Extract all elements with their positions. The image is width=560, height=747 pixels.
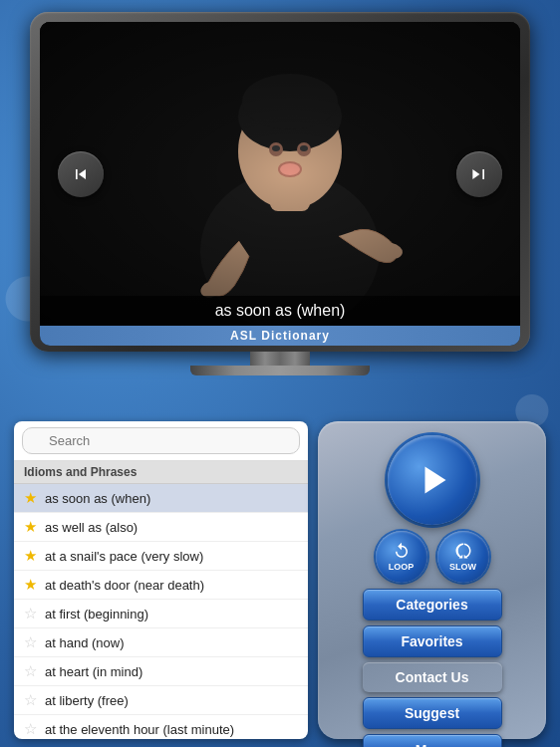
- list-item-text: at liberty (free): [45, 693, 129, 708]
- star-filled-icon: ★: [24, 489, 37, 507]
- loop-label: LOOP: [389, 562, 415, 572]
- list-item[interactable]: ★as well as (also): [14, 513, 308, 542]
- list-item-text: as well as (also): [45, 520, 138, 535]
- star-empty-icon: ☆: [24, 633, 37, 651]
- list-item-text: at hand (now): [45, 635, 125, 650]
- search-input[interactable]: [22, 427, 300, 454]
- list-panel: 🔍 Idioms and Phrases ★as soon as (when)★…: [14, 421, 308, 739]
- play-button[interactable]: [388, 435, 477, 525]
- video-content: [40, 22, 520, 326]
- loop-button[interactable]: LOOP: [376, 531, 427, 583]
- bottom-section: 🔍 Idioms and Phrases ★as soon as (when)★…: [0, 413, 560, 747]
- list-item-text: at heart (in mind): [45, 664, 142, 679]
- suggest-button[interactable]: Suggest: [363, 697, 502, 729]
- tv-screen: as soon as (when) ASL Dictionary: [30, 12, 530, 375]
- remote-buttons: CategoriesFavoritesContact UsSuggestMore: [363, 589, 502, 747]
- list-item[interactable]: ★at death's door (near death): [14, 571, 308, 600]
- prev-button[interactable]: [58, 151, 104, 197]
- more-button[interactable]: More: [363, 734, 502, 747]
- categories-button[interactable]: Categories: [363, 589, 502, 621]
- star-empty-icon: ☆: [24, 605, 37, 622]
- subtitle: as soon as (when): [40, 296, 520, 326]
- tv-label: ASL Dictionary: [40, 326, 520, 346]
- loop-slow-row: LOOP SLOW: [376, 531, 489, 583]
- star-empty-icon: ☆: [24, 720, 37, 738]
- list-item-text: at death's door (near death): [45, 578, 204, 593]
- list-item-text: at the eleventh hour (last minute): [45, 722, 234, 737]
- star-filled-icon: ★: [24, 547, 37, 565]
- list-item[interactable]: ☆at the eleventh hour (last minute): [14, 715, 308, 739]
- list-item[interactable]: ★at a snail's pace (very slow): [14, 542, 308, 571]
- list-item[interactable]: ☆at liberty (free): [14, 686, 308, 715]
- list-items: ★as soon as (when)★as well as (also)★at …: [14, 484, 308, 739]
- star-filled-icon: ★: [24, 518, 37, 536]
- favorites-button[interactable]: Favorites: [363, 625, 502, 657]
- svg-marker-15: [424, 467, 445, 494]
- remote-container: LOOP SLOW CategoriesFavoritesContact UsS…: [318, 421, 546, 739]
- slow-label: SLOW: [449, 562, 476, 572]
- tv-inner-bezel: as soon as (when) ASL Dictionary: [40, 22, 520, 346]
- star-empty-icon: ☆: [24, 691, 37, 709]
- list-item-text: as soon as (when): [45, 491, 150, 506]
- tv-bezel: as soon as (when) ASL Dictionary: [30, 12, 530, 352]
- star-empty-icon: ☆: [24, 662, 37, 680]
- search-bar: 🔍: [14, 421, 308, 461]
- star-filled-icon: ★: [24, 576, 37, 594]
- tv-nav-right: [456, 151, 502, 197]
- video-area: as soon as (when): [40, 22, 520, 326]
- list-item[interactable]: ☆at heart (in mind): [14, 657, 308, 686]
- tv-nav-left: [58, 151, 104, 197]
- list-item[interactable]: ☆at first (beginning): [14, 600, 308, 628]
- tv-base: [190, 366, 370, 375]
- list-item-text: at first (beginning): [45, 607, 148, 622]
- search-wrapper: 🔍: [22, 427, 300, 454]
- list-item[interactable]: ☆at hand (now): [14, 628, 308, 657]
- list-item[interactable]: ★as soon as (when): [14, 484, 308, 513]
- tv-neck: [250, 352, 310, 366]
- tv-stand: [30, 352, 530, 375]
- svg-rect-14: [40, 22, 520, 326]
- slow-button[interactable]: SLOW: [437, 531, 489, 583]
- list-item-text: at a snail's pace (very slow): [45, 549, 203, 564]
- next-button[interactable]: [456, 151, 502, 197]
- list-header: Idioms and Phrases: [14, 461, 308, 484]
- contact-us-button[interactable]: Contact Us: [363, 662, 502, 692]
